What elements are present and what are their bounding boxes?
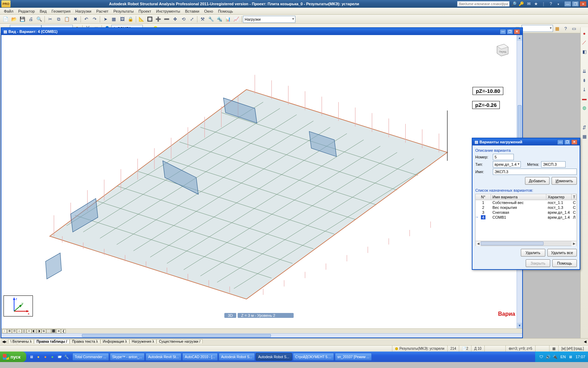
table-row[interactable]: 4 COMB1 врем.дл_1.4 Л xyxy=(476,215,576,220)
preview-icon[interactable]: 🔍 xyxy=(35,15,43,23)
minimize-button[interactable]: — xyxy=(564,1,571,7)
menu-help[interactable]: Помощь xyxy=(216,9,236,13)
mini-9-icon[interactable]: ⧉ xyxy=(41,329,46,333)
mini-7-icon[interactable]: ◧ xyxy=(31,329,36,333)
add-button[interactable]: ДДобавитьобавить xyxy=(525,177,550,185)
zoom-in-icon[interactable]: ➕ xyxy=(154,15,162,23)
table-hscroll[interactable]: ◀▶ xyxy=(476,241,576,246)
subtab-1[interactable]: Правка таблицы / xyxy=(34,339,70,343)
help-search-input[interactable] xyxy=(457,1,510,7)
rt-combo-icon[interactable]: ⇵ xyxy=(581,123,588,131)
menu-project[interactable]: Проект xyxy=(136,9,154,13)
view-minimize-button[interactable]: — xyxy=(500,29,506,34)
rotate-icon[interactable]: ⟲ xyxy=(180,15,187,23)
menu-window[interactable]: Окно xyxy=(202,9,216,13)
dialog-minimize-button[interactable]: — xyxy=(557,139,564,145)
comm-icon[interactable]: ✉ xyxy=(526,1,532,6)
mini-4-icon[interactable]: ⌂ xyxy=(17,329,22,333)
menu-geometry[interactable]: Геометрия xyxy=(49,9,73,13)
menu-file[interactable]: Файл xyxy=(1,9,16,13)
mini-8-icon[interactable]: ◨ xyxy=(36,329,41,333)
change-button[interactable]: Изменить xyxy=(552,177,577,185)
task-7[interactable]: sn_20107 [Режим ... xyxy=(335,353,372,361)
mark-input[interactable]: ЭКСП.3 xyxy=(541,161,566,168)
view-cube[interactable]: Перед xyxy=(493,41,510,57)
lang-indicator[interactable]: EN xyxy=(560,355,566,359)
menu-tools[interactable]: Инструменты xyxy=(154,9,183,13)
type-select[interactable]: врем.дл_1.4 xyxy=(493,161,521,168)
ql-3-icon[interactable]: ● xyxy=(42,354,49,360)
menu-calc[interactable]: Расчет xyxy=(94,9,111,13)
view-maximize-button[interactable]: ❐ xyxy=(507,29,513,34)
table-row[interactable]: 3 Снеговая врем.дл_1.4 С xyxy=(476,210,576,215)
delete-button[interactable]: Удалить xyxy=(521,249,545,257)
rt-loads2-icon[interactable]: ⇟ xyxy=(581,76,588,84)
rt-loads-icon[interactable]: ⇊ xyxy=(581,67,588,75)
tool-3-icon[interactable]: 🔩 xyxy=(216,15,223,23)
print-icon[interactable]: 🖨 xyxy=(27,15,35,23)
menu-results[interactable]: Результаты xyxy=(111,9,136,13)
tool-2-icon[interactable]: 🔧 xyxy=(207,15,215,23)
ql-5-icon[interactable]: 📨 xyxy=(56,354,63,360)
star-icon[interactable]: ★ xyxy=(533,1,539,6)
mini-5-icon[interactable]: ◫ xyxy=(22,329,27,333)
menu-editor[interactable]: Редактор xyxy=(16,9,37,13)
task-1[interactable]: Skype™ - anton_... xyxy=(110,353,145,361)
name-input[interactable]: ЭКСП.3 xyxy=(493,169,577,175)
help-dropdown-icon[interactable]: ▾ xyxy=(555,2,561,6)
ql-4-icon[interactable]: ● xyxy=(49,354,56,360)
save-icon[interactable]: 💾 xyxy=(19,15,26,23)
menu-view[interactable]: Вид xyxy=(37,9,49,13)
rt-bus-icon[interactable]: ▬ xyxy=(581,95,588,102)
mini-12-icon[interactable]: ➔ xyxy=(56,329,61,333)
screenshot-icon[interactable]: 🖼 xyxy=(118,15,126,23)
task-3[interactable]: AutoCAD 2010 - [... xyxy=(182,353,218,361)
subtab-0[interactable]: \ Величины λ xyxy=(8,339,34,343)
tool-1-icon[interactable]: ⚒ xyxy=(199,15,206,23)
ql-1-icon[interactable]: 🖥 xyxy=(28,354,35,360)
task-6[interactable]: СтройДОКУМЕНТ 5.... xyxy=(293,353,334,361)
rt-table-icon[interactable]: ▦ xyxy=(581,132,588,140)
subtab-5[interactable]: Существенные нагрузки / xyxy=(156,339,203,343)
mini-2-icon[interactable]: ⊞ xyxy=(7,329,12,333)
col-name[interactable]: Имя варианта xyxy=(491,194,546,200)
menu-loads[interactable]: Нагрузки xyxy=(73,9,94,13)
subtab-3[interactable]: Информация λ xyxy=(100,339,130,343)
close-button[interactable]: ✕ xyxy=(580,1,587,7)
dialog-close-button[interactable]: ✕ xyxy=(571,139,578,145)
rt-bar-icon[interactable]: ／ xyxy=(581,39,588,46)
mini-11-icon[interactable]: ⬛ xyxy=(51,329,56,333)
new-icon[interactable]: 📄 xyxy=(2,15,9,23)
task-4[interactable]: Autodesk Robot S... xyxy=(219,353,255,361)
open-icon[interactable]: 📂 xyxy=(10,15,18,23)
system-tray[interactable]: 🛡🔊🔌 EN 🖥 17:07 xyxy=(535,352,588,362)
rt-eraser-icon[interactable]: ◧ xyxy=(581,48,588,55)
mini-3-icon[interactable]: ⊡ xyxy=(12,329,17,333)
axis-gizmo[interactable]: z x y xyxy=(4,295,33,316)
layouts-combo[interactable]: Нагрузки xyxy=(243,16,295,23)
ql-6-icon[interactable]: 🔧 xyxy=(63,354,70,360)
redo-icon[interactable]: ↷ xyxy=(91,15,98,23)
rt-cube-icon[interactable]: ◍ xyxy=(581,104,588,111)
ql-2-icon[interactable]: ● xyxy=(35,354,42,360)
help-icon[interactable]: ? xyxy=(548,1,554,6)
col-t[interactable]: Т xyxy=(572,194,576,200)
key-icon[interactable]: 🔑 xyxy=(519,1,524,6)
start-button[interactable]: пуск xyxy=(0,352,26,362)
rt-loads3-icon[interactable]: ⤓ xyxy=(581,86,588,93)
pan-icon[interactable]: ✥ xyxy=(171,15,179,23)
table-icon[interactable]: ▦ xyxy=(110,15,118,23)
tool-5-icon[interactable]: 📈 xyxy=(232,15,240,23)
dialog-maximize-button[interactable]: ❐ xyxy=(564,139,570,145)
mini-13-icon[interactable]: ❮ xyxy=(61,329,66,333)
edit-arrow-icon[interactable]: ➤ xyxy=(102,15,109,23)
mini-1-icon[interactable]: ▫ xyxy=(2,329,7,333)
task-5[interactable]: Autodesk Robot S... xyxy=(256,353,292,361)
zoom-window-icon[interactable]: 🔲 xyxy=(146,15,154,23)
task-0[interactable]: Total Commander ... xyxy=(72,353,109,361)
tool-4-icon[interactable]: 📊 xyxy=(224,15,232,23)
lock-icon[interactable]: 🔒 xyxy=(127,15,134,23)
model-viewport[interactable]: pZ=-10.80 pZ=-0.26 Перед z x xyxy=(1,35,517,328)
view-window-titlebar[interactable]: ▤ Вид - Вариант: 4 (COMB1) — ❐ ✕ xyxy=(1,28,522,35)
undo-icon[interactable]: ↶ xyxy=(82,15,90,23)
